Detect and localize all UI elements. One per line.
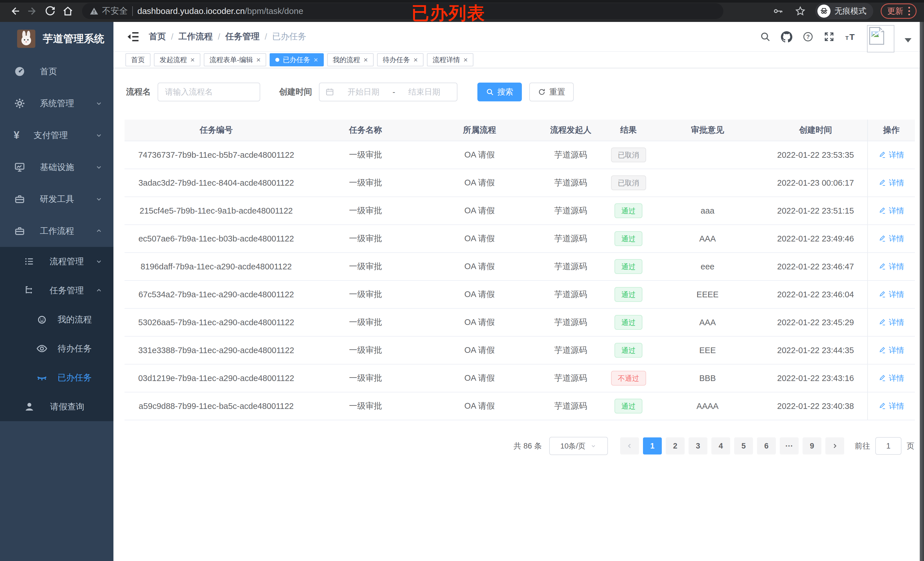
font-size-button[interactable]: TT: [845, 31, 857, 42]
detail-link[interactable]: 详情: [879, 317, 904, 328]
start-date-placeholder[interactable]: 开始日期: [337, 87, 390, 97]
fullscreen-button[interactable]: [824, 31, 834, 42]
column-header: 所属流程: [423, 120, 536, 141]
table-row: 03d1219e-7b9a-11ec-a290-acde48001122 一级审…: [124, 365, 915, 392]
table-header-row: 任务编号 任务名称 所属流程 流程发起人 结果 审批意见 创建时间 操作: [124, 120, 915, 141]
sidebar-item-todo-tasks[interactable]: 待办任务: [0, 334, 113, 363]
task-id: 3adac3d2-7b9d-11ec-8404-acde48001122: [124, 169, 308, 196]
tab-label: 待办任务: [383, 55, 410, 64]
tag-tab-start-process[interactable]: 发起流程×: [154, 53, 200, 66]
close-icon[interactable]: ×: [314, 56, 318, 63]
browser-update-button[interactable]: 更新: [880, 3, 916, 19]
sidebar-item-system[interactable]: 系统管理: [0, 87, 113, 119]
process-starter: 芋道源码: [536, 281, 606, 308]
help-button[interactable]: ?: [802, 31, 813, 42]
sidebar-item-task-mgmt[interactable]: 任务管理: [0, 276, 113, 305]
page-button[interactable]: 1: [643, 437, 662, 455]
create-time-range-picker[interactable]: 开始日期 - 结束日期: [319, 82, 458, 102]
site-security[interactable]: 不安全: [90, 5, 128, 17]
task-id: ec507ae6-7b9a-11ec-b03b-acde48001122: [124, 225, 308, 252]
github-link-button[interactable]: [781, 31, 792, 42]
breadcrumb-workflow[interactable]: 工作流程: [178, 31, 213, 42]
incognito-icon: [818, 4, 831, 18]
column-header: 创建时间: [764, 120, 867, 141]
goto-page-input[interactable]: [875, 437, 902, 455]
page-button[interactable]: 9: [802, 437, 821, 455]
sidebar-item-process-mgmt[interactable]: 流程管理: [0, 247, 113, 276]
browser-back-button[interactable]: [8, 4, 22, 18]
reset-button[interactable]: 重置: [529, 82, 574, 102]
page-button[interactable]: 3: [688, 437, 707, 455]
browser-reload-button[interactable]: [43, 4, 58, 18]
window-scrollbar[interactable]: [920, 22, 924, 561]
close-icon[interactable]: ×: [414, 56, 418, 63]
table-row: 331e3388-7b9a-11ec-a290-acde48001122 一级审…: [124, 337, 915, 365]
password-key-button[interactable]: [771, 4, 786, 18]
tag-tab-my-process[interactable]: 我的流程×: [327, 53, 374, 66]
column-header: 任务名称: [308, 120, 423, 141]
edit-icon: [879, 263, 886, 270]
prev-page-button[interactable]: [620, 437, 639, 455]
create-time: 2022-01-22 23:46:47: [764, 253, 867, 280]
close-icon[interactable]: ×: [464, 56, 468, 63]
browser-home-button[interactable]: [60, 4, 75, 18]
detail-link[interactable]: 详情: [879, 373, 904, 383]
tag-tab-process-detail[interactable]: 流程详情×: [427, 53, 473, 66]
next-page-button[interactable]: [825, 437, 844, 455]
app-logo[interactable]: 芋道管理系统: [0, 22, 113, 55]
avatar-caret-icon[interactable]: [904, 38, 912, 42]
sidebar-item-infra[interactable]: 基础设施: [0, 151, 113, 183]
tag-tab-done-tasks[interactable]: 已办任务×: [270, 53, 324, 66]
address-bar[interactable]: 不安全 dashboard.yudao.iocoder.cn/bpm/task/…: [82, 3, 723, 19]
github-icon: [781, 31, 792, 42]
browser-menu-icon[interactable]: [908, 7, 910, 15]
sidebar-item-done-tasks[interactable]: 已办任务: [0, 363, 113, 392]
sidebar-item-devtools[interactable]: 研发工具: [0, 183, 113, 215]
end-date-placeholder[interactable]: 结束日期: [398, 87, 451, 97]
sidebar-item-my-process[interactable]: 我的流程: [0, 305, 113, 334]
status-badge: 通过: [615, 231, 642, 246]
detail-link[interactable]: 详情: [879, 150, 904, 160]
search-button[interactable]: 搜索: [477, 82, 522, 102]
tag-tab-home[interactable]: 首页: [125, 53, 150, 66]
tag-tab-todo-tasks[interactable]: 待办任务×: [377, 53, 423, 66]
sidebar-item-payment[interactable]: ¥ 支付管理: [0, 119, 113, 151]
detail-link[interactable]: 详情: [879, 206, 904, 216]
process-name: OA 请假: [423, 365, 536, 392]
process-name-input[interactable]: [158, 82, 260, 102]
close-icon[interactable]: ×: [190, 56, 195, 63]
process-name: OA 请假: [423, 392, 536, 420]
detail-link[interactable]: 详情: [879, 262, 904, 272]
eye-open-icon: [36, 343, 48, 355]
bookmark-star-button[interactable]: [793, 4, 808, 18]
svg-text:?: ?: [806, 34, 810, 40]
page-size-select[interactable]: 10条/页: [549, 437, 608, 455]
close-icon[interactable]: ×: [256, 56, 261, 63]
page-button[interactable]: 6: [757, 437, 776, 455]
search-button-label: 搜索: [497, 87, 513, 97]
tag-tab-form-edit[interactable]: 流程表单-编辑×: [204, 53, 266, 66]
sidebar-item-home[interactable]: 首页: [0, 55, 113, 87]
more-pages-button[interactable]: ···: [780, 437, 799, 455]
detail-link[interactable]: 详情: [879, 401, 904, 411]
sidebar-collapse-button[interactable]: [126, 30, 140, 43]
detail-link[interactable]: 详情: [879, 289, 904, 299]
tab-label: 流程详情: [433, 55, 460, 64]
page-button[interactable]: 5: [734, 437, 753, 455]
page-button[interactable]: 2: [666, 437, 685, 455]
detail-link[interactable]: 详情: [879, 178, 904, 188]
user-avatar[interactable]: [867, 25, 894, 52]
breadcrumb-home[interactable]: 首页: [149, 31, 166, 42]
sidebar-item-workflow[interactable]: 工作流程: [0, 215, 113, 247]
browser-forward-button[interactable]: [25, 4, 40, 18]
task-name: 一级审批: [308, 225, 423, 252]
breadcrumb-task-mgmt[interactable]: 任务管理: [225, 31, 260, 42]
sidebar-item-leave-query[interactable]: 请假查询: [0, 392, 113, 421]
page-button[interactable]: 4: [711, 437, 730, 455]
close-icon[interactable]: ×: [364, 56, 368, 63]
edit-icon: [879, 347, 886, 354]
detail-link[interactable]: 详情: [879, 345, 904, 355]
header-search-button[interactable]: [760, 31, 771, 42]
active-dot-icon: [275, 58, 279, 62]
detail-link[interactable]: 详情: [879, 233, 904, 244]
